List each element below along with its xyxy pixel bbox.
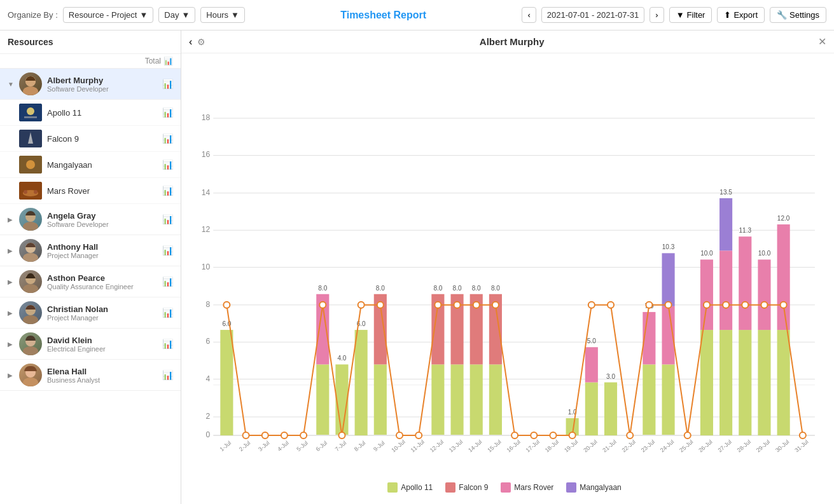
hours-select[interactable]: Hours ▼ xyxy=(200,7,245,23)
svg-text:3.0: 3.0 xyxy=(606,373,615,380)
date-range: 2021-07-01 - 2021-07-31 xyxy=(541,7,645,23)
svg-text:6-Jul: 6-Jul xyxy=(315,440,328,453)
resource-name-albert: Albert Murphy xyxy=(47,76,157,85)
legend-color-mangalyaan xyxy=(566,482,576,493)
chart-content: 18 16 14 12 10 8 6 4 2 0 6.0 xyxy=(181,53,834,504)
resource-item-elena[interactable]: ▶ Elena Hall Business Analyst 📊 xyxy=(0,360,181,391)
filter-button[interactable]: ▼ Filter xyxy=(669,7,712,23)
chart-settings-icon[interactable]: ⚙ xyxy=(197,37,205,47)
project-item-marsrover[interactable]: Mars Rover 📊 xyxy=(0,178,181,204)
chart-svg-container: 18 16 14 12 10 8 6 4 2 0 6.0 xyxy=(188,60,821,477)
chart-header: ‹ ⚙ Albert Murphy ✕ xyxy=(181,31,834,53)
avatar-angela xyxy=(19,208,42,231)
expand-icon-angela: ▶ xyxy=(8,216,14,223)
bar-day15-apollo xyxy=(489,364,502,435)
capacity-dot xyxy=(569,432,576,439)
capacity-dot xyxy=(761,302,767,308)
svg-point-19 xyxy=(23,284,38,293)
toolbar: Organize By : Resource - Project ▼ Day ▼… xyxy=(0,0,834,31)
sidebar-total-row: Total 📊 xyxy=(0,54,181,69)
resource-item-asthon[interactable]: ▶ Asthon Pearce Quality Assurance Engine… xyxy=(0,266,181,297)
legend-apollo11: Apollo 11 xyxy=(387,482,433,493)
capacity-dot xyxy=(338,432,345,439)
capacity-dot xyxy=(531,432,537,439)
bar-day21-apollo xyxy=(604,383,617,436)
resource-item-christian[interactable]: ▶ Christian Nolan Project Manager 📊 xyxy=(0,297,181,329)
legend-color-marsrover xyxy=(501,482,511,493)
main-container: Resources Total 📊 ▼ Albert Murphy Softwa… xyxy=(0,31,834,504)
bar-day29-apollo xyxy=(758,330,770,435)
capacity-dot xyxy=(492,302,499,308)
bar-day28-mars xyxy=(739,236,751,330)
resource-item-anthony[interactable]: ▶ Anthony Hall Project Manager 📊 xyxy=(0,235,181,266)
resource-name-asthon: Asthon Pearce xyxy=(47,273,157,283)
chart-legend: Apollo 11 Falcon 9 Mars Rover Mangalyaan xyxy=(188,477,821,498)
resource-name-anthony: Anthony Hall xyxy=(47,242,157,252)
resource-info-asthon: Asthon Pearce Quality Assurance Engineer xyxy=(47,273,157,290)
export-icon: ⬆ xyxy=(724,10,731,20)
bar-day27-apollo xyxy=(719,330,732,435)
day-select[interactable]: Day ▼ xyxy=(158,7,195,23)
resource-role-anthony: Project Manager xyxy=(47,252,157,259)
project-name-falcon9: Falcon 9 xyxy=(47,134,157,144)
capacity-dot xyxy=(243,432,249,439)
capacity-line xyxy=(226,305,802,435)
svg-text:15-Jul: 15-Jul xyxy=(486,439,502,453)
capacity-dot xyxy=(396,432,403,439)
bar-day23-apollo xyxy=(643,364,655,435)
resource-item-albert[interactable]: ▼ Albert Murphy Software Developer 📊 xyxy=(0,69,181,100)
svg-text:18-Jul: 18-Jul xyxy=(544,439,560,453)
expand-icon-anthony: ▶ xyxy=(8,247,14,254)
svg-text:12-Jul: 12-Jul xyxy=(429,439,445,453)
svg-text:26-Jul: 26-Jul xyxy=(697,439,713,453)
svg-point-12 xyxy=(24,190,27,194)
project-item-mangalyaan[interactable]: Mangalyaan 📊 xyxy=(0,152,181,178)
svg-point-4 xyxy=(27,107,34,115)
svg-point-21 xyxy=(23,315,38,324)
resource-info-david: David Klein Electrical Engineer xyxy=(47,336,157,353)
svg-text:10: 10 xyxy=(202,262,211,271)
export-button[interactable]: ⬆ Export xyxy=(717,7,765,23)
svg-text:8.0: 8.0 xyxy=(376,285,385,292)
resources-title: Resources xyxy=(8,37,53,47)
chart-icon-angela: 📊 xyxy=(162,214,173,224)
chevron-down-icon: ▼ xyxy=(181,10,190,20)
svg-text:30-Jul: 30-Jul xyxy=(774,439,790,453)
avatar-elena xyxy=(19,364,42,386)
expand-icon-christian: ▶ xyxy=(8,310,14,317)
legend-marsrover: Mars Rover xyxy=(501,482,553,493)
svg-text:2: 2 xyxy=(205,412,210,421)
resource-item-david[interactable]: ▶ David Klein Electrical Engineer 📊 xyxy=(0,329,181,360)
legend-label-marsrover: Mars Rover xyxy=(514,483,553,492)
avatar-albert xyxy=(19,72,42,95)
bar-day20-mars xyxy=(585,347,598,382)
svg-text:11-Jul: 11-Jul xyxy=(410,439,426,453)
legend-color-apollo11 xyxy=(387,482,398,493)
capacity-dot xyxy=(781,302,787,308)
svg-text:24-Jul: 24-Jul xyxy=(659,439,675,453)
prev-arrow[interactable]: ‹ xyxy=(522,7,536,23)
sidebar-header: Resources xyxy=(0,31,181,54)
resource-item-angela[interactable]: ▶ Angela Gray Software Developer 📊 xyxy=(0,204,181,235)
bar-chart: 18 16 14 12 10 8 6 4 2 0 6.0 xyxy=(188,60,821,477)
capacity-dot xyxy=(627,432,633,439)
chart-prev-button[interactable]: ‹ xyxy=(189,36,192,48)
chart-icon-anthony: 📊 xyxy=(162,245,173,255)
svg-text:8: 8 xyxy=(205,300,210,309)
project-item-apollo11[interactable]: Apollo 11 📊 xyxy=(0,100,181,126)
svg-text:5.0: 5.0 xyxy=(587,337,596,344)
bar-day28-apollo xyxy=(739,330,751,435)
settings-button[interactable]: 🔧 Settings xyxy=(770,7,826,23)
project-item-falcon9[interactable]: Falcon 9 📊 xyxy=(0,126,181,152)
next-arrow[interactable]: › xyxy=(650,7,664,23)
chart-icon-marsrover: 📊 xyxy=(162,186,173,196)
avatar-asthon xyxy=(19,270,42,293)
resource-info-christian: Christian Nolan Project Manager xyxy=(47,304,157,322)
chart-close-button[interactable]: ✕ xyxy=(818,36,826,48)
svg-text:8.0: 8.0 xyxy=(318,285,327,292)
organize-select[interactable]: Resource - Project ▼ xyxy=(63,7,154,23)
resource-name-david: David Klein xyxy=(47,336,157,345)
bar-day30-apollo xyxy=(777,330,790,435)
project-thumb-falcon9 xyxy=(19,130,42,147)
svg-text:14-Jul: 14-Jul xyxy=(467,439,483,453)
